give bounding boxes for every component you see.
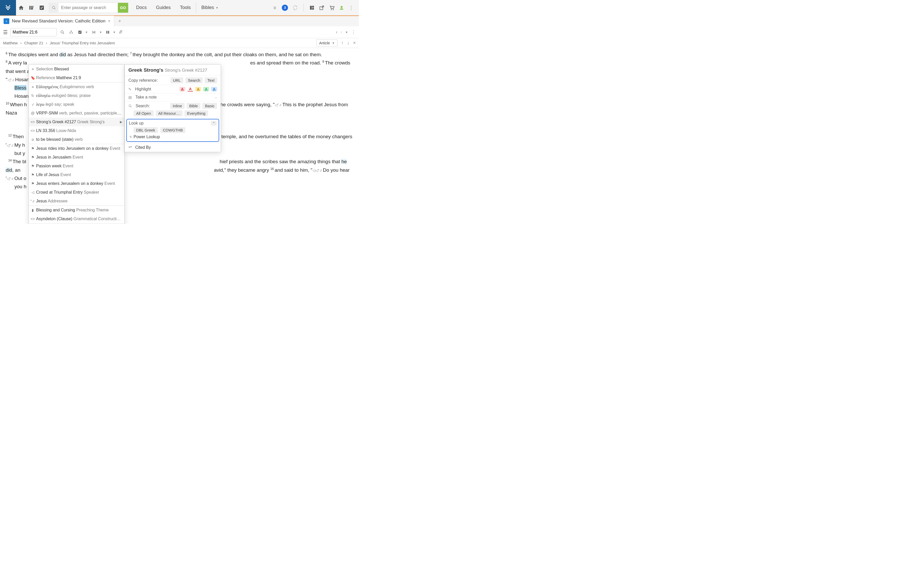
ctx-event-3[interactable]: ⚑ Passion week Event	[29, 162, 124, 170]
close-icon[interactable]: ×	[353, 40, 356, 46]
theme-icon: ▮	[30, 208, 35, 213]
ctx-theme[interactable]: ▶ ▮ Blessing and Cursing Preaching Theme	[29, 206, 124, 214]
notification-badge[interactable]: 3	[282, 5, 288, 11]
popout-icon[interactable]	[319, 5, 325, 10]
search-icon	[128, 104, 132, 108]
app-logo[interactable]	[0, 0, 16, 16]
note-icon: ▤	[128, 95, 132, 99]
cart-icon[interactable]	[329, 5, 335, 11]
ctx-reference[interactable]: 🔖 Reference Matthew 21:9	[29, 74, 124, 82]
lookup-dblgreek-button[interactable]: DBL Greek	[134, 127, 158, 133]
search-bible-button[interactable]: Bible	[187, 103, 200, 109]
nav-next-icon[interactable]: ›	[341, 29, 342, 35]
highlight-yellow[interactable]: A	[195, 87, 201, 91]
search-icon[interactable]	[59, 30, 66, 34]
check-dropdown-icon[interactable]	[77, 30, 83, 34]
verse-text: Hosan	[15, 77, 29, 82]
highlight-red[interactable]: A	[179, 87, 185, 91]
ctx-label: Greek Strong's	[77, 120, 105, 124]
library-icon[interactable]	[26, 3, 37, 13]
columns-icon[interactable]	[105, 30, 111, 34]
go-button[interactable]: GO	[118, 3, 128, 13]
kebab-menu-icon[interactable]: ⋮	[351, 29, 356, 35]
ctx-speaker[interactable]: ◁ Crowd at Triumphal Entry Speaker	[29, 188, 124, 197]
morph-code: VRPP-SNM	[36, 111, 58, 115]
user-icon[interactable]	[339, 5, 344, 10]
chevron-down-icon[interactable]: ▼	[345, 31, 348, 34]
hamburger-icon[interactable]: ☰	[3, 29, 8, 35]
panel-subtitle: Strong's Greek #2127	[165, 68, 207, 73]
verse-text: e temple, and he overturned the tables o…	[217, 134, 352, 139]
cluster-icon[interactable]	[68, 30, 74, 34]
chevron-down-icon[interactable]: ▼	[99, 31, 102, 34]
highlight-underline[interactable]: A	[187, 86, 193, 91]
breadcrumb-chapter[interactable]: Chapter 21	[24, 41, 43, 45]
verse-text: Then	[13, 134, 25, 139]
ctx-lego[interactable]: √ λεγω legō say; speak	[29, 100, 124, 109]
verse-text: you h	[14, 184, 26, 189]
lookup-cdwgthb-button[interactable]: CDWGTHB	[160, 127, 185, 133]
arrow-up-icon[interactable]: ↑	[341, 40, 344, 46]
copy-url-button[interactable]: URL	[170, 77, 183, 83]
ctx-morph[interactable]: @ VRPP-SNM verb, perfect, passive, parti…	[29, 109, 124, 118]
view-mode-label: Article	[319, 41, 330, 45]
state-text: to be blessed (state)	[36, 137, 74, 142]
ctx-strongs[interactable]: <> Strong's Greek #2127 Greek Strong's ▶	[29, 118, 124, 126]
ctx-event-2[interactable]: ⚑ Jesus in Jerusalem Event	[29, 153, 124, 162]
ctx-event-4[interactable]: ⚑ Life of Jesus Event	[29, 170, 124, 179]
svg-point-10	[331, 9, 332, 10]
layout-icon[interactable]	[309, 5, 315, 10]
ctx-selection[interactable]: ≡ Selection Blessed	[29, 65, 124, 74]
collapse-lookup-icon[interactable]: ⌃	[211, 121, 217, 126]
home-icon[interactable]	[16, 3, 26, 13]
highlight-blue[interactable]: A	[211, 87, 217, 91]
search-everything-button[interactable]: Everything	[185, 110, 208, 116]
tab-nrsvce[interactable]: ≡ New Revised Standard Version: Catholic…	[0, 16, 114, 27]
nav-guides[interactable]: Guides	[156, 5, 171, 10]
close-icon[interactable]: ×	[108, 19, 110, 24]
nav-bibles[interactable]: Bibles ▼	[201, 5, 218, 10]
ctx-lemma[interactable]: ▼ ≡ Εὐλογημένος Eulogēmenos verb	[29, 83, 124, 91]
search-inline-button[interactable]: Inline	[170, 103, 185, 109]
ctx-root[interactable]: ↻ εὐλογέω eulogeō bless; praise	[29, 91, 124, 100]
ctx-addressee[interactable]: "⫽ Jesus Addressee	[29, 197, 124, 205]
ctx-ln[interactable]: <> LN 33.356 Louw-Nida	[29, 126, 124, 135]
todo-icon[interactable]	[37, 3, 47, 13]
copy-text-button[interactable]: Text	[205, 77, 217, 83]
copy-search-button[interactable]: Search	[185, 77, 203, 83]
view-mode-dropdown[interactable]: Article ▼	[317, 40, 338, 46]
take-note-row[interactable]: ▤ Take a note ⌄	[125, 93, 221, 101]
search-input[interactable]	[59, 3, 118, 12]
kebab-menu-icon[interactable]: ⋮	[348, 5, 354, 11]
breadcrumb-pericope[interactable]: Jesus' Triumphal Entry into Jerusalem	[50, 41, 115, 45]
cited-by[interactable]: ❝❞ Cited By	[125, 143, 221, 152]
nav-docs[interactable]: Docs	[136, 5, 147, 10]
search-allopen-button[interactable]: All Open	[134, 110, 153, 116]
interlinear-icon[interactable]	[91, 30, 97, 35]
ctx-grammar[interactable]: <> Asyndeton (Clause) Grammatical Constr…	[29, 214, 124, 223]
add-tab-button[interactable]: +	[114, 19, 125, 24]
chevron-down-icon[interactable]: ▼	[113, 31, 116, 34]
ctx-state[interactable]: α to be blessed (state) verb	[29, 135, 124, 144]
nav-tools[interactable]: Tools	[180, 5, 191, 10]
search-basic-button[interactable]: Basic	[202, 103, 217, 109]
ctx-event-5[interactable]: ⚑ Jesus enters Jerusalem on a donkey Eve…	[29, 179, 124, 188]
svg-rect-7	[312, 6, 314, 8]
ctx-event-1[interactable]: ⚑ Jesus rides into Jerusalem on a donkey…	[29, 144, 124, 153]
selection-icon: ≡	[30, 67, 35, 72]
ctx-label: verb	[75, 137, 83, 142]
expand-down-icon[interactable]	[272, 5, 277, 10]
verse-text: The disciples went and	[8, 52, 59, 57]
search-allresources-button[interactable]: All Resour…	[156, 110, 182, 116]
arrow-down-icon[interactable]: ↓	[347, 40, 349, 46]
nav-prev-icon[interactable]: ‹	[336, 29, 337, 35]
note-label: Take a note	[135, 95, 157, 99]
breadcrumb-book[interactable]: Matthew	[3, 41, 18, 45]
power-lookup[interactable]: Power Lookup	[134, 134, 217, 139]
parallel-icon[interactable]: //	[118, 29, 123, 35]
chevron-down-icon[interactable]: ▼	[85, 31, 88, 34]
addressee-icon: "⫽	[30, 198, 35, 204]
highlight-green[interactable]: A	[203, 87, 209, 91]
sync-icon[interactable]	[293, 5, 298, 10]
reference-input[interactable]	[10, 28, 57, 36]
